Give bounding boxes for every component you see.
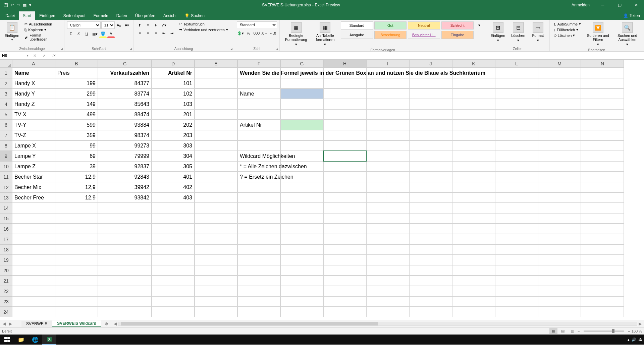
cell-H15[interactable] [323,213,366,224]
row-header-24[interactable]: 24 [0,307,12,317]
cell-E1[interactable] [195,68,237,78]
cell-B17[interactable] [55,234,98,244]
cell-D10[interactable]: 305 [152,161,195,172]
row-header-23[interactable]: 23 [0,296,12,307]
cell-G23[interactable] [280,296,323,307]
cell-C20[interactable] [98,265,152,276]
cell-E7[interactable] [195,130,237,140]
cell-I5[interactable] [366,109,409,120]
cell-N24[interactable] [581,307,624,317]
cell-M22[interactable] [538,286,581,296]
cell-F19[interactable] [237,255,280,265]
tab-view[interactable]: Ansicht [159,11,180,20]
zoom-slider[interactable] [584,330,624,332]
cell-G22[interactable] [280,286,323,296]
cell-D5[interactable]: 201 [152,109,195,120]
cell-N4[interactable] [581,99,624,109]
cell-I21[interactable] [366,276,409,286]
cell-A18[interactable] [12,244,55,255]
cell-B10[interactable]: 39 [55,161,98,172]
cell-K5[interactable] [452,109,495,120]
cell-I22[interactable] [366,286,409,296]
cell-M19[interactable] [538,255,581,265]
cell-E2[interactable] [195,78,237,88]
sheet-nav-first-icon[interactable]: ◀ [3,321,6,326]
cell-C7[interactable]: 98374 [98,130,152,140]
cell-J12[interactable] [409,182,452,192]
cell-E3[interactable] [195,88,237,99]
cell-M20[interactable] [538,265,581,276]
cell-A2[interactable]: Handy X [12,78,55,88]
cell-J17[interactable] [409,234,452,244]
cell-D1[interactable]: Artikel Nr [152,68,195,78]
cell-E12[interactable] [195,182,237,192]
cell-C14[interactable] [98,203,152,213]
cell-K21[interactable] [452,276,495,286]
cell-G15[interactable] [280,213,323,224]
cell-F13[interactable] [237,192,280,203]
cell-L23[interactable] [495,296,538,307]
cell-B9[interactable]: 69 [55,151,98,161]
cell-H22[interactable] [323,286,366,296]
cell-M1[interactable] [538,68,581,78]
cell-F8[interactable] [237,140,280,151]
merge-button[interactable]: ⬌Verbinden und zentrieren ▾ [178,27,229,32]
delete-cells-button[interactable]: ⊟Löschen▾ [509,21,527,43]
excel-taskbar-button[interactable]: X [42,335,56,345]
cell-F15[interactable] [237,213,280,224]
cell-E17[interactable] [195,234,237,244]
cell-M24[interactable] [538,307,581,317]
cell-C24[interactable] [98,307,152,317]
row-header-22[interactable]: 22 [0,286,12,296]
cell-B6[interactable]: 599 [55,120,98,130]
align-bottom-icon[interactable]: ⬇ [152,21,160,29]
fill-color-button[interactable]: 🪣 [99,30,107,38]
add-sheet-button[interactable]: ⊕ [101,321,111,326]
tab-start[interactable]: Start [19,11,35,20]
minimize-button[interactable]: ─ [595,0,610,10]
name-box[interactable]: ▾ [0,52,30,59]
col-header-E[interactable]: E [195,60,237,68]
cell-M13[interactable] [538,192,581,203]
cell-F4[interactable] [237,99,280,109]
currency-icon[interactable]: 💲▾ [237,29,244,37]
cell-N15[interactable] [581,213,624,224]
cell-G7[interactable] [280,130,323,140]
cell-K2[interactable] [452,78,495,88]
cell-J7[interactable] [409,130,452,140]
align-right-icon[interactable]: ≡ [152,29,160,37]
cell-A6[interactable]: TV-Y [12,120,55,130]
cell-M21[interactable] [538,276,581,286]
cell-I15[interactable] [366,213,409,224]
cell-N1[interactable] [581,68,624,78]
start-button[interactable] [0,335,14,345]
cell-J8[interactable] [409,140,452,151]
row-header-14[interactable]: 14 [0,203,12,213]
cell-H17[interactable] [323,234,366,244]
bold-button[interactable]: F [67,30,74,38]
cell-L2[interactable] [495,78,538,88]
increase-indent-icon[interactable]: ⇥ [168,29,176,37]
cell-G2[interactable] [280,78,323,88]
cell-I13[interactable] [366,192,409,203]
cell-B13[interactable]: 12,9 [55,192,98,203]
tray-show-hidden-icon[interactable]: ▴ [628,338,630,342]
cell-K22[interactable] [452,286,495,296]
cell-I23[interactable] [366,296,409,307]
cell-E9[interactable] [195,151,237,161]
cell-B20[interactable] [55,265,98,276]
undo-icon[interactable]: ↶ [11,3,14,7]
cell-K8[interactable] [452,140,495,151]
view-pagelayout-icon[interactable]: ▤ [559,328,567,334]
cell-K6[interactable] [452,120,495,130]
cell-B3[interactable]: 299 [55,88,98,99]
cell-A24[interactable] [12,307,55,317]
col-header-I[interactable]: I [366,60,409,68]
cell-G17[interactable] [280,234,323,244]
cell-D11[interactable]: 401 [152,172,195,182]
formula-input[interactable] [59,52,644,59]
col-header-A[interactable]: A [12,60,55,68]
cell-N5[interactable] [581,109,624,120]
cell-C19[interactable] [98,255,152,265]
cell-K16[interactable] [452,224,495,234]
